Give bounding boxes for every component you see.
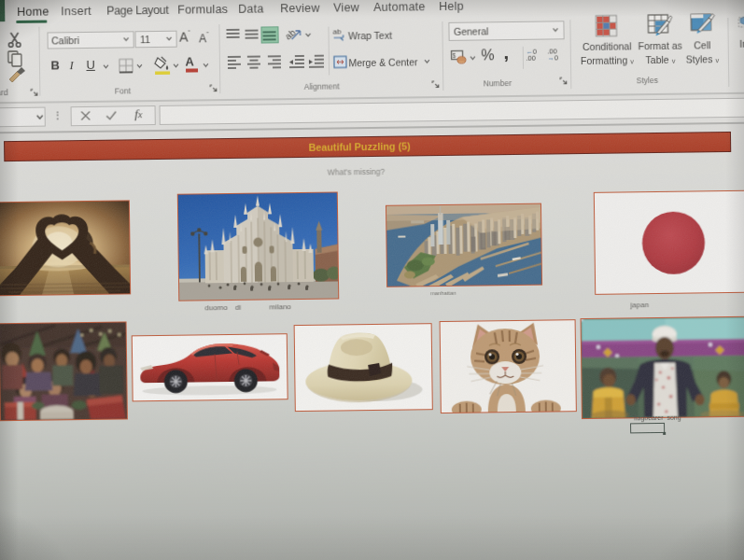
svg-text:$: $ xyxy=(452,52,456,59)
svg-text:ab: ab xyxy=(332,27,342,35)
